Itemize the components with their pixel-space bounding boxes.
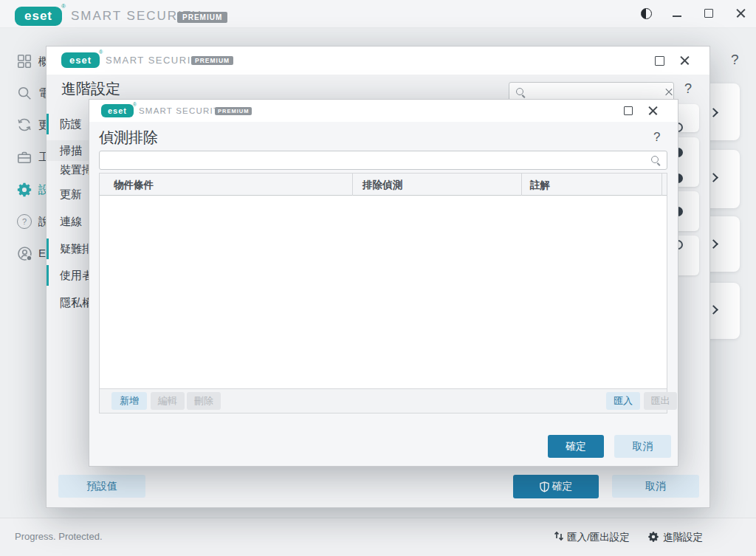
ok-button[interactable]: 確定 (548, 435, 604, 458)
import-button[interactable]: 匯入 (606, 392, 640, 410)
sidebar-item-setup[interactable] (16, 182, 32, 198)
column-header-comment[interactable]: 註解 (530, 179, 550, 192)
default-button[interactable]: 預設值 (58, 475, 145, 498)
column-header-excluded-detection[interactable]: 排除偵測 (362, 179, 402, 192)
premium-badge: PREMIUM (215, 107, 252, 115)
sidebar-item-update[interactable] (16, 117, 32, 133)
settings-section-scans[interactable]: 掃描 (60, 144, 82, 158)
sidebar-item-account[interactable] (16, 245, 34, 263)
close-button[interactable] (647, 105, 659, 117)
main-help-button[interactable]: ? (731, 52, 739, 68)
product-name: SMART SECURITY (139, 106, 226, 115)
registered-mark: ® (61, 3, 66, 10)
ok-button-label: 確定 (552, 480, 573, 493)
close-icon (680, 56, 690, 66)
clear-search-icon[interactable] (664, 88, 673, 97)
protection-status-text: Progress. Protected. (15, 531, 103, 542)
setup-gear-icon (16, 182, 32, 198)
settings-help-button[interactable]: ? (684, 81, 692, 97)
exclusions-search-input[interactable] (106, 151, 650, 169)
advanced-setup-gear-icon (647, 530, 659, 543)
minimize-button[interactable] (670, 7, 684, 20)
table-toolbar: 新增 編輯 刪除 匯入 匯出 (100, 388, 667, 413)
cancel-button-label: 取消 (633, 440, 653, 453)
sidebar-label-account[interactable]: E (38, 247, 46, 259)
search-icon (515, 87, 526, 97)
maximize-icon (655, 56, 664, 66)
scan-search-icon (16, 85, 32, 101)
table-body-empty[interactable] (100, 196, 667, 388)
eset-logo-text: eset (69, 55, 92, 66)
edit-button-label: 編輯 (158, 394, 177, 408)
help-circle-icon: ? (17, 214, 32, 229)
settings-section-update[interactable]: 更新 (60, 188, 82, 202)
detection-exclusions-window: eset ® SMART SECURITY PREMIUM 偵測排除 ? 物件條… (89, 99, 678, 467)
table-header-row: 物件條件 排除偵測 註解 (100, 174, 667, 196)
cancel-button[interactable]: 取消 (612, 475, 699, 498)
import-export-settings-link[interactable]: 匯入/匯出設定 (567, 531, 630, 544)
edit-button: 編輯 (151, 392, 185, 410)
import-button-label: 匯入 (614, 394, 633, 408)
help-circle-glyph: ? (22, 217, 27, 226)
close-button[interactable] (678, 55, 690, 66)
maximize-button[interactable] (653, 55, 665, 66)
exclusions-search-box (99, 151, 667, 170)
default-button-label: 預設值 (86, 480, 117, 493)
sidebar-item-overview[interactable] (16, 53, 32, 69)
modified-indicator (47, 265, 49, 286)
minimize-icon (673, 16, 681, 17)
theme-icon (641, 8, 652, 19)
ok-button[interactable]: 確定 (513, 475, 599, 498)
cancel-button-label: 取消 (645, 480, 666, 493)
export-button: 匯出 (644, 392, 677, 410)
maximize-button[interactable] (702, 7, 715, 20)
desktop: eset ® SMART SECURITY PREMIUM 概 電 更 工 設 … (0, 0, 756, 556)
update-sync-icon (16, 117, 32, 133)
column-divider (352, 174, 353, 196)
eset-logo: eset (101, 104, 134, 117)
premium-badge: PREMIUM (191, 56, 233, 65)
maximize-icon (704, 9, 713, 18)
registered-mark: ® (99, 49, 103, 55)
modified-indicator (47, 114, 49, 134)
modified-indicator (47, 238, 49, 259)
eset-logo-text: eset (24, 9, 52, 24)
column-divider (662, 174, 662, 196)
premium-badge: PREMIUM (177, 12, 227, 23)
sidebar-item-help[interactable]: ? (16, 213, 32, 230)
delete-button: 刪除 (187, 392, 221, 410)
add-button-label: 新增 (120, 394, 139, 408)
delete-button-label: 刪除 (194, 394, 213, 408)
eset-logo-text: eset (108, 106, 127, 115)
registered-mark: ® (133, 102, 137, 107)
add-button[interactable]: 新增 (111, 392, 147, 410)
close-icon (736, 9, 746, 18)
search-icon (650, 155, 661, 165)
cancel-button[interactable]: 取消 (614, 435, 671, 458)
settings-section-protections[interactable]: 防護 (60, 117, 82, 131)
shield-icon (540, 481, 549, 492)
ok-button-label: 確定 (566, 440, 586, 453)
maximize-icon (624, 106, 633, 115)
column-header-object-criteria[interactable]: 物件條件 (114, 179, 154, 192)
sidebar-item-tools[interactable] (16, 149, 32, 165)
account-person-icon (16, 245, 34, 263)
advanced-setup-link[interactable]: 進階設定 (663, 531, 703, 544)
tools-briefcase-icon (16, 149, 32, 165)
settings-section-connectivity[interactable]: 連線 (60, 215, 82, 229)
exclusions-table: 物件條件 排除偵測 註解 新增 編輯 刪除 匯入 (99, 173, 667, 413)
exclusions-help-button[interactable]: ? (653, 130, 660, 145)
page-title: 進階設定 (61, 79, 120, 99)
close-icon (648, 106, 658, 116)
eset-logo: eset (61, 52, 100, 68)
import-export-arrows-icon (553, 530, 565, 542)
export-button-label: 匯出 (651, 394, 670, 408)
overview-icon (16, 53, 32, 69)
page-title: 偵測排除 (99, 128, 158, 148)
maximize-button[interactable] (622, 105, 634, 117)
close-button[interactable] (734, 7, 747, 20)
sidebar-item-computer-scan[interactable] (16, 85, 32, 101)
theme-toggle-button[interactable] (639, 7, 653, 20)
status-bar (0, 518, 756, 556)
column-divider (521, 174, 522, 196)
